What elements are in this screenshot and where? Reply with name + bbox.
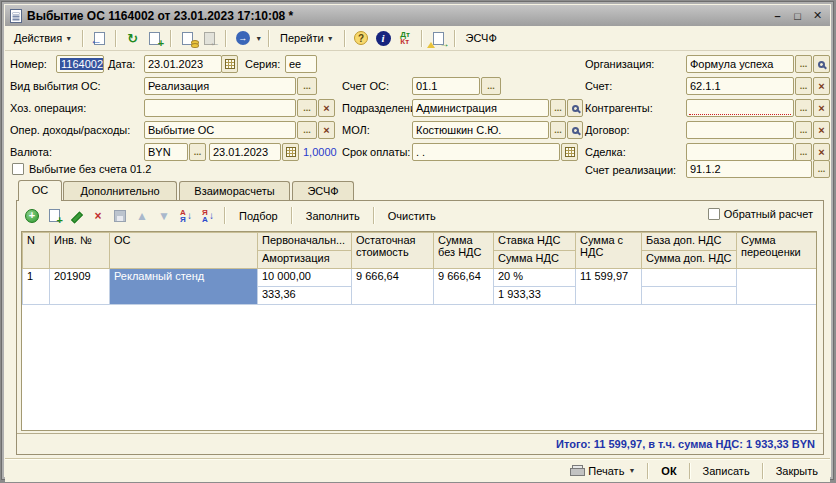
currency-select-button[interactable]: ...	[189, 143, 206, 161]
sales-account-select-button[interactable]: ...	[813, 160, 830, 178]
col-header-os[interactable]: ОС	[110, 233, 258, 269]
post-document-button[interactable]	[178, 29, 197, 48]
chevron-down-icon[interactable]: ▼	[255, 35, 262, 42]
income-expense-op-select-button[interactable]: ...	[297, 121, 317, 139]
tab-os[interactable]: ОС	[18, 180, 62, 201]
fill-button[interactable]: Заполнить	[300, 208, 366, 224]
deal-field[interactable]	[686, 143, 794, 161]
col-header-add-vat-base[interactable]: База доп. НДС	[642, 233, 737, 251]
save-and-close-button[interactable]: ←	[90, 29, 109, 48]
payment-term-field[interactable]: . .	[412, 143, 560, 161]
help-button[interactable]: ?	[352, 29, 371, 48]
tab-settlements[interactable]: Взаиморасчеты	[179, 181, 290, 201]
date-field[interactable]: 23.01.2023	[144, 55, 222, 73]
mol-open-button[interactable]	[567, 121, 583, 139]
col-header-residual[interactable]: Остаточная стоимость	[352, 233, 434, 269]
number-field[interactable]: 1164002	[56, 55, 104, 73]
cell-initial-cost[interactable]: 10 000,00	[258, 269, 352, 287]
cell-add-vat-sum[interactable]	[642, 287, 737, 305]
col-header-add-vat-sum[interactable]: Сумма доп. НДС	[642, 251, 737, 269]
tab-additional[interactable]: Дополнительно	[63, 181, 177, 201]
contract-clear-button[interactable]: ×	[813, 121, 830, 139]
cell-residual[interactable]: 9 666,64	[352, 269, 434, 305]
cell-inv-no[interactable]: 201909	[50, 269, 110, 305]
contract-field[interactable]	[686, 121, 794, 139]
close-form-button[interactable]: Закрыть	[770, 463, 824, 479]
income-expense-op-field[interactable]: Выбытие ОС	[144, 121, 296, 139]
col-header-vat-sum[interactable]: Сумма НДС	[494, 251, 576, 269]
deal-select-button[interactable]: ...	[795, 143, 812, 161]
department-open-button[interactable]	[567, 99, 583, 117]
minimize-button[interactable]: –	[770, 8, 785, 23]
account-clear-button[interactable]: ×	[813, 77, 830, 95]
cell-vat-sum[interactable]: 1 933,33	[494, 287, 576, 305]
business-operation-clear-button[interactable]: ×	[318, 99, 335, 117]
dt-kt-postings-button[interactable]: Дт Кт	[396, 29, 415, 48]
deal-clear-button[interactable]: ×	[813, 143, 830, 161]
actions-menu-button[interactable]: Действия ▼	[10, 30, 76, 46]
copy-row-button[interactable]: +	[45, 207, 63, 225]
reverse-calc-checkbox[interactable]	[708, 208, 720, 220]
sort-ascending-button[interactable]: АЯ ↓	[177, 207, 195, 225]
col-header-vat-rate[interactable]: Ставка НДС	[494, 233, 576, 251]
ok-button[interactable]: ОК	[655, 463, 682, 479]
series-field[interactable]: ee	[285, 55, 317, 73]
organization-open-button[interactable]	[813, 55, 830, 73]
account-os-select-button[interactable]: ...	[481, 77, 501, 95]
tab-eschf[interactable]: ЭСЧФ	[292, 181, 354, 201]
edit-row-button[interactable]	[67, 207, 85, 225]
maximize-button[interactable]: □	[790, 8, 805, 23]
organization-select-button[interactable]: ...	[795, 55, 812, 73]
eschf-report-button[interactable]: →	[429, 29, 448, 48]
cell-sum-with-vat[interactable]: 11 599,97	[576, 269, 642, 305]
cell-n[interactable]: 1	[23, 269, 50, 305]
clear-button[interactable]: Очистить	[382, 208, 442, 224]
col-header-amortization[interactable]: Амортизация	[258, 251, 352, 269]
sort-descending-button[interactable]: ЯА ↓	[199, 207, 217, 225]
business-operation-select-button[interactable]: ...	[297, 99, 317, 117]
account-os-field[interactable]: 01.1	[412, 77, 480, 95]
add-row-button[interactable]: +	[23, 207, 41, 225]
currency-date-calendar-button[interactable]	[282, 143, 299, 161]
income-expense-op-clear-button[interactable]: ×	[318, 121, 335, 139]
account-field[interactable]: 62.1.1	[686, 77, 794, 95]
cell-revaluation[interactable]	[737, 269, 817, 305]
counterparties-field[interactable]	[686, 99, 794, 117]
cell-add-vat-base[interactable]	[642, 269, 737, 287]
eschf-toolbar-button[interactable]: ЭСЧФ	[462, 30, 501, 46]
cell-amortization[interactable]: 333,36	[258, 287, 352, 305]
payment-term-calendar-button[interactable]	[561, 143, 578, 161]
col-header-inv-no[interactable]: Инв. №	[50, 233, 110, 269]
pick-button[interactable]: Подбор	[233, 208, 284, 224]
related-documents-button[interactable]: →	[233, 29, 252, 48]
without-account-checkbox[interactable]	[12, 163, 24, 175]
disposal-type-field[interactable]: Реализация	[144, 77, 296, 95]
disposal-type-select-button[interactable]: ...	[297, 77, 317, 95]
department-field[interactable]: Администрация	[412, 99, 549, 117]
col-header-sum-with-vat[interactable]: Сумма с НДС	[576, 233, 642, 269]
col-header-revaluation[interactable]: Сумма переоценки	[737, 233, 817, 269]
refresh-button[interactable]: ↻	[123, 29, 142, 48]
goto-menu-button[interactable]: Перейти ▼	[276, 30, 338, 46]
delete-row-button[interactable]: ×	[89, 207, 107, 225]
info-button[interactable]: i	[374, 29, 393, 48]
currency-date-field[interactable]: 23.01.2023	[209, 143, 281, 161]
print-button[interactable]: Печать ▼	[564, 463, 641, 479]
col-header-sum-no-vat[interactable]: Сумма без НДС	[434, 233, 494, 269]
contract-select-button[interactable]: ...	[795, 121, 812, 139]
table-row[interactable]: 1 201909 Рекламный стенд 10 000,00 9 666…	[23, 269, 817, 287]
account-select-button[interactable]: ...	[795, 77, 812, 95]
mol-field[interactable]: Костюшкин С.Ю.	[412, 121, 549, 139]
sales-account-field[interactable]: 91.1.2	[686, 160, 812, 178]
cell-sum-no-vat[interactable]: 9 666,64	[434, 269, 494, 305]
counterparties-clear-button[interactable]: ×	[813, 99, 830, 117]
department-select-button[interactable]: ...	[550, 99, 566, 117]
mol-select-button[interactable]: ...	[550, 121, 566, 139]
business-operation-field[interactable]	[144, 99, 296, 117]
currency-field[interactable]: BYN	[144, 143, 188, 161]
counterparties-select-button[interactable]: ...	[795, 99, 812, 117]
copy-document-button[interactable]: +	[145, 29, 164, 48]
save-button[interactable]: Записать	[697, 463, 756, 479]
organization-field[interactable]: Формула успеха	[686, 55, 794, 73]
col-header-n[interactable]: N	[23, 233, 50, 269]
